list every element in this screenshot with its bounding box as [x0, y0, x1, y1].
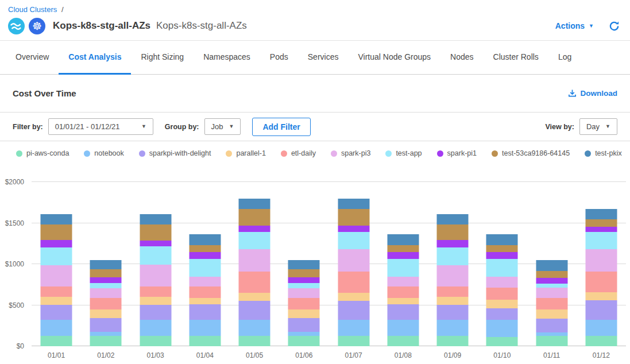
bar-segment-spark-pi3[interactable] — [239, 249, 270, 272]
bar-segment-test-pkix[interactable] — [239, 199, 270, 209]
bar-segment-pi-aws-conda[interactable] — [387, 336, 419, 346]
bar-segment-etl-daily[interactable] — [387, 286, 419, 298]
bar-segment-test-pkix[interactable] — [90, 260, 122, 269]
bar-segment-test-pkix[interactable] — [288, 260, 320, 269]
legend-item-notebook[interactable]: notebook — [84, 149, 123, 157]
bar-segment-parallel-1[interactable] — [140, 297, 171, 305]
legend-item-spark-pi3[interactable]: spark-pi3 — [331, 149, 370, 157]
bar-segment-sparkpi-with-delight[interactable] — [90, 318, 122, 332]
bar-segment-etl-daily[interactable] — [536, 298, 567, 309]
bar-segment-etl-daily[interactable] — [239, 272, 270, 293]
bar-segment-spark-pi3[interactable] — [288, 288, 320, 297]
bar-segment-sparkpi-with-delight[interactable] — [585, 300, 617, 320]
bar-segment-notebook[interactable] — [585, 320, 617, 336]
bar-segment-spark-pi3[interactable] — [387, 277, 419, 286]
bar-segment-etl-daily[interactable] — [90, 298, 122, 309]
bar-segment-pi-aws-conda[interactable] — [437, 336, 469, 346]
bar-segment-test-app[interactable] — [90, 283, 122, 288]
bar-segment-test-app[interactable] — [338, 232, 369, 250]
bar-segment-test-app[interactable] — [536, 284, 567, 288]
tab-nodes[interactable]: Nodes — [440, 41, 483, 75]
bar-segment-spark-pi1[interactable] — [585, 227, 617, 232]
download-button[interactable]: Download — [568, 89, 618, 98]
bar-segment-test-53ca9186-64145[interactable] — [585, 219, 617, 227]
bar-segment-test-app[interactable] — [486, 259, 518, 277]
bar-segment-test-app[interactable] — [288, 283, 320, 288]
bar-segment-spark-pi1[interactable] — [536, 278, 567, 283]
legend-item-sparkpi-with-delight[interactable]: sparkpi-with-delight — [139, 149, 211, 157]
view-by-select[interactable]: Day ▼ — [579, 118, 617, 135]
bar-segment-pi-aws-conda[interactable] — [90, 336, 122, 346]
bar-segment-spark-pi3[interactable] — [189, 277, 221, 286]
bar-segment-sparkpi-with-delight[interactable] — [338, 301, 369, 320]
bar-segment-parallel-1[interactable] — [387, 298, 419, 304]
bar-segment-test-pkix[interactable] — [387, 234, 419, 245]
bar-segment-test-53ca9186-64145[interactable] — [288, 269, 320, 277]
bar-segment-parallel-1[interactable] — [288, 309, 320, 319]
bar-segment-sparkpi-with-delight[interactable] — [387, 304, 419, 319]
bar-segment-notebook[interactable] — [189, 320, 221, 336]
bar-segment-spark-pi1[interactable] — [338, 226, 369, 232]
actions-button[interactable]: Actions ▼ — [555, 21, 594, 30]
bar-segment-pi-aws-conda[interactable] — [288, 336, 320, 346]
bar-segment-parallel-1[interactable] — [437, 297, 469, 305]
bar-segment-spark-pi1[interactable] — [239, 226, 270, 232]
add-filter-button[interactable]: Add Filter — [252, 118, 310, 136]
bar-segment-sparkpi-with-delight[interactable] — [41, 305, 72, 320]
bar-segment-parallel-1[interactable] — [189, 298, 221, 304]
bar-segment-test-app[interactable] — [41, 247, 72, 265]
bar-segment-test-53ca9186-64145[interactable] — [486, 245, 518, 252]
bar-segment-notebook[interactable] — [486, 320, 518, 337]
legend-item-etl-daily[interactable]: etl-daily — [281, 149, 316, 157]
bar-segment-test-53ca9186-64145[interactable] — [338, 209, 369, 226]
bar-segment-notebook[interactable] — [140, 320, 171, 336]
bar-segment-test-app[interactable] — [387, 259, 419, 277]
bar-segment-sparkpi-with-delight[interactable] — [239, 301, 270, 320]
bar-segment-spark-pi3[interactable] — [486, 277, 518, 288]
bar-segment-parallel-1[interactable] — [239, 293, 270, 301]
tab-namespaces[interactable]: Namespaces — [194, 41, 260, 75]
bar-segment-notebook[interactable] — [239, 320, 270, 336]
bar-segment-etl-daily[interactable] — [288, 298, 320, 309]
tab-services[interactable]: Services — [298, 41, 349, 75]
bar-segment-notebook[interactable] — [437, 320, 469, 336]
bar-segment-test-pkix[interactable] — [41, 214, 72, 224]
bar-segment-spark-pi1[interactable] — [189, 252, 221, 258]
bar-segment-pi-aws-conda[interactable] — [338, 336, 369, 346]
bar-segment-spark-pi1[interactable] — [437, 240, 469, 247]
legend-item-test-pkix[interactable]: test-pkix — [585, 149, 622, 157]
bar-segment-sparkpi-with-delight[interactable] — [536, 319, 567, 332]
bar-segment-test-pkix[interactable] — [140, 214, 171, 224]
bar-segment-pi-aws-conda[interactable] — [239, 336, 270, 346]
bar-segment-parallel-1[interactable] — [536, 309, 567, 319]
bar-segment-notebook[interactable] — [288, 332, 320, 336]
tab-cost-analysis[interactable]: Cost Analysis — [59, 41, 131, 75]
tab-log[interactable]: Log — [548, 41, 581, 75]
bar-segment-test-53ca9186-64145[interactable] — [41, 224, 72, 240]
bar-segment-test-pkix[interactable] — [437, 214, 469, 224]
bar-segment-etl-daily[interactable] — [437, 286, 469, 297]
bar-segment-sparkpi-with-delight[interactable] — [140, 305, 171, 320]
bar-segment-test-pkix[interactable] — [585, 209, 617, 219]
bar-segment-test-53ca9186-64145[interactable] — [387, 245, 419, 252]
bar-segment-parallel-1[interactable] — [90, 309, 122, 319]
group-by-select[interactable]: Job ▼ — [204, 118, 241, 135]
bar-segment-parallel-1[interactable] — [338, 293, 369, 301]
bar-segment-spark-pi3[interactable] — [585, 249, 617, 272]
bar-segment-etl-daily[interactable] — [41, 286, 72, 297]
bar-segment-parallel-1[interactable] — [486, 300, 518, 308]
bar-segment-spark-pi1[interactable] — [387, 252, 419, 258]
bar-segment-test-53ca9186-64145[interactable] — [536, 271, 567, 278]
bar-segment-spark-pi3[interactable] — [41, 265, 72, 286]
bar-segment-test-53ca9186-64145[interactable] — [90, 269, 122, 277]
breadcrumb-link-cloud-clusters[interactable]: Cloud Clusters — [8, 5, 57, 14]
legend-item-parallel-1[interactable]: parallel-1 — [226, 149, 265, 157]
bar-segment-spark-pi1[interactable] — [486, 252, 518, 259]
bar-segment-etl-daily[interactable] — [338, 272, 369, 293]
bar-segment-etl-daily[interactable] — [486, 288, 518, 300]
bar-segment-spark-pi3[interactable] — [437, 265, 469, 286]
bar-segment-pi-aws-conda[interactable] — [140, 336, 171, 346]
bar-segment-spark-pi3[interactable] — [140, 265, 171, 286]
bar-segment-notebook[interactable] — [41, 320, 72, 336]
bar-segment-spark-pi1[interactable] — [90, 277, 122, 283]
